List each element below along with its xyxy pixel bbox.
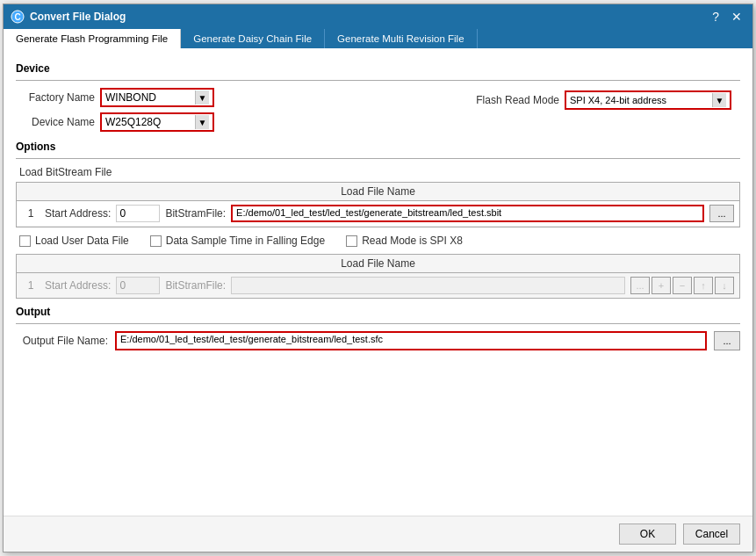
flash-read-arrow[interactable]: ▼	[712, 93, 726, 107]
data-sample-checkbox[interactable]	[150, 235, 162, 247]
read-mode-label: Read Mode is SPI X8	[362, 235, 463, 247]
bitstream-subsection-title: Load BitStream File	[16, 166, 740, 178]
bitstream-start-addr-input[interactable]	[116, 205, 160, 222]
convert-dialog: C Convert File Dialog ? ✕ Generate Flash…	[3, 4, 753, 552]
device-row: Factory Name WINBOND ▼ Flash Read Mode S…	[16, 88, 740, 112]
ok-button[interactable]: OK	[619, 524, 676, 545]
tab-flash[interactable]: Generate Flash Programming File	[4, 29, 181, 48]
user-data-bitstream-label: BitStramFile:	[165, 279, 226, 292]
user-data-file-input	[231, 277, 625, 294]
title-bar: C Convert File Dialog ? ✕	[4, 4, 752, 29]
user-data-down-btn: ↓	[715, 277, 734, 294]
device-value: W25Q128Q	[105, 116, 195, 128]
cancel-button[interactable]: Cancel	[683, 524, 740, 545]
bitstream-start-addr-label: Start Address:	[45, 207, 111, 220]
bitstream-table-header: Load File Name	[17, 183, 739, 201]
dialog-footer: OK Cancel	[4, 516, 752, 552]
output-file-label: Output File Name:	[16, 335, 108, 347]
bitstream-file-input[interactable]: E:/demo/01_led_test/led_test/generate_bi…	[231, 205, 704, 222]
user-data-action-btns: ... + − ↑ ↓	[630, 277, 734, 294]
user-data-add-btn: +	[652, 277, 671, 294]
device-label: Device Name	[16, 116, 95, 128]
close-button[interactable]: ✕	[728, 11, 745, 23]
svg-text:C: C	[14, 12, 20, 22]
output-row: Output File Name: E:/demo/01_led_test/le…	[16, 331, 740, 350]
device-left: Factory Name WINBOND ▼	[16, 88, 214, 112]
dialog-content: Device Factory Name WINBOND ▼ Flash Read…	[4, 48, 752, 516]
device-combo[interactable]: W25Q128Q ▼	[100, 112, 214, 132]
read-mode-checkbox[interactable]	[346, 235, 357, 247]
user-data-start-addr-input	[116, 277, 160, 294]
output-file-input[interactable]: E:/demo/01_led_test/led_test/generate_bi…	[115, 331, 707, 350]
help-button[interactable]: ?	[709, 11, 723, 23]
load-user-checkbox[interactable]	[19, 235, 31, 247]
factory-dropdown-arrow[interactable]: ▼	[195, 90, 209, 105]
tab-multi[interactable]: Generate Multi Revision File	[325, 29, 477, 48]
data-sample-label: Data Sample Time in Falling Edge	[166, 235, 325, 247]
device-section: Device Factory Name WINBOND ▼ Flash Read…	[16, 62, 740, 132]
user-data-table-row: 1 Start Address: BitStramFile: ... + − ↑…	[17, 273, 739, 298]
checkboxes-row: Load User Data File Data Sample Time in …	[16, 235, 740, 247]
bitstream-table: Load File Name 1 Start Address: BitStram…	[16, 182, 740, 227]
output-section-title: Output	[16, 306, 740, 318]
window-buttons: ? ✕	[709, 11, 745, 23]
factory-label: Factory Name	[16, 91, 95, 104]
flash-read-label: Flash Read Mode	[454, 94, 559, 106]
user-data-start-addr-label: Start Address:	[45, 279, 111, 292]
dialog-title: Convert File Dialog	[30, 11, 709, 23]
device-dropdown-arrow[interactable]: ▼	[195, 115, 209, 129]
bitstream-file-label: BitStramFile:	[165, 207, 226, 220]
options-section-title: Options	[16, 141, 740, 153]
load-user-label: Load User Data File	[35, 235, 129, 247]
bitstream-file-value: E:/demo/01_led_test/led_test/generate_bi…	[236, 207, 501, 218]
bitstream-table-row: 1 Start Address: BitStramFile: E:/demo/0…	[17, 201, 739, 227]
output-file-value: E:/demo/01_led_test/led_test/generate_bi…	[120, 334, 383, 344]
user-data-remove-btn: −	[673, 277, 692, 294]
device-section-title: Device	[16, 62, 740, 75]
bitstream-browse-btn[interactable]: ...	[709, 205, 734, 222]
output-browse-btn[interactable]: ...	[714, 331, 740, 350]
user-data-table-header: Load File Name	[17, 255, 739, 273]
user-data-row-num: 1	[22, 279, 40, 292]
user-data-browse-btn: ...	[630, 277, 650, 294]
dialog-icon: C	[11, 10, 25, 24]
tab-daisy[interactable]: Generate Daisy Chain File	[181, 29, 325, 48]
device-right: Flash Read Mode SPI X4, 24-bit address ▼	[454, 90, 731, 110]
user-data-table: Load File Name 1 Start Address: BitStram…	[16, 254, 740, 299]
flash-read-combo[interactable]: SPI X4, 24-bit address ▼	[565, 90, 731, 110]
output-section: Output Output File Name: E:/demo/01_led_…	[16, 306, 740, 350]
checkbox-data-sample: Data Sample Time in Falling Edge	[150, 235, 325, 247]
bitstream-row-num: 1	[22, 207, 40, 220]
factory-combo[interactable]: WINBOND ▼	[100, 88, 214, 107]
checkbox-load-user: Load User Data File	[19, 235, 129, 247]
user-data-up-btn: ↑	[694, 277, 713, 294]
options-section: Options Load BitStream File Load File Na…	[16, 141, 740, 299]
tab-bar: Generate Flash Programming File Generate…	[4, 29, 752, 48]
flash-read-value: SPI X4, 24-bit address	[570, 95, 712, 105]
factory-value: WINBOND	[105, 91, 195, 104]
checkbox-read-mode: Read Mode is SPI X8	[346, 235, 463, 247]
